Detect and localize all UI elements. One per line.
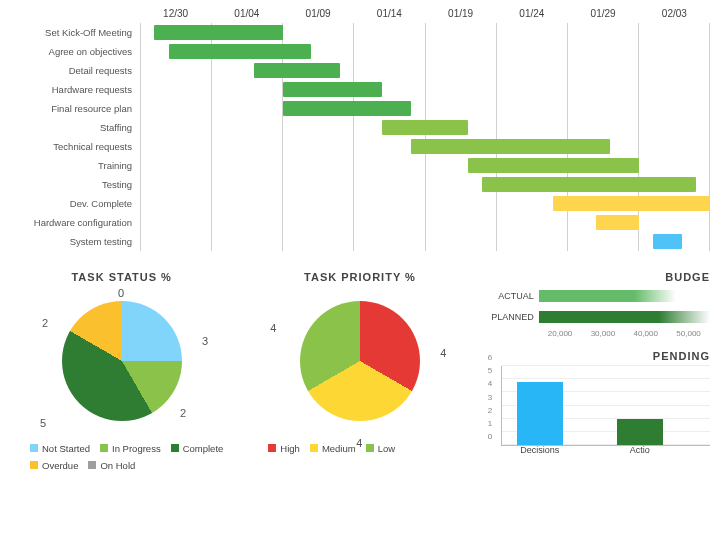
gantt-date-label: 01/29: [568, 8, 639, 23]
gantt-row: Training: [10, 156, 710, 175]
task-status-legend: Not StartedIn ProgressCompleteOverdueOn …: [10, 443, 233, 471]
legend-item: Low: [366, 443, 395, 454]
gantt-bar: [382, 120, 468, 135]
budget-axis-tick: 50,000: [667, 329, 710, 338]
legend-label: Overdue: [42, 460, 78, 471]
gantt-row: Dev. Complete: [10, 194, 710, 213]
legend-swatch: [100, 444, 108, 452]
task-priority-pie: [300, 301, 420, 421]
gantt-bar: [653, 234, 682, 249]
budget-axis: 20,00030,00040,00050,000: [539, 329, 710, 338]
gantt-row: Hardware requests: [10, 80, 710, 99]
gantt-bar: [254, 63, 340, 78]
pending-y-tick: 0: [488, 432, 492, 441]
gantt-date-label: 01/24: [496, 8, 567, 23]
gantt-row: Final resource plan: [10, 99, 710, 118]
gantt-date-label: 01/04: [211, 8, 282, 23]
gantt-row: Hardware configuration: [10, 213, 710, 232]
gantt-row: Agree on objectives: [10, 42, 710, 61]
gantt-body: Set Kick-Off MeetingAgree on objectivesD…: [10, 23, 710, 251]
pending-y-tick: 3: [488, 392, 492, 401]
gantt-row: Technical requests: [10, 137, 710, 156]
legend-item: High: [268, 443, 300, 454]
gantt-date-label: 12/30: [140, 8, 211, 23]
budget-title: BUDGE: [487, 271, 710, 283]
pending-title: PENDING: [487, 350, 710, 362]
task-label: Technical requests: [10, 141, 140, 152]
legend-label: On Hold: [100, 460, 135, 471]
task-priority-pie-wrap: 444: [248, 287, 471, 437]
pending-y-tick: 1: [488, 418, 492, 427]
task-label: Dev. Complete: [10, 198, 140, 209]
task-label: System testing: [10, 236, 140, 247]
gantt-bar: [553, 196, 710, 211]
task-status-pie-wrap: 03252: [10, 287, 233, 437]
gantt-bar: [596, 215, 639, 230]
task-label: Hardware requests: [10, 84, 140, 95]
legend-swatch: [171, 444, 179, 452]
task-status-panel: TASK STATUS % 03252 Not StartedIn Progre…: [10, 271, 233, 471]
task-label: Hardware configuration: [10, 217, 140, 228]
legend-swatch: [310, 444, 318, 452]
pie-data-label: 4: [440, 347, 446, 359]
gantt-row: Testing: [10, 175, 710, 194]
legend-label: Complete: [183, 443, 224, 454]
pending-x-label: Decisions: [510, 445, 570, 455]
task-status-pie: [62, 301, 182, 421]
legend-swatch: [268, 444, 276, 452]
budget-axis-tick: 30,000: [581, 329, 624, 338]
pie-data-label: 4: [356, 437, 362, 449]
pending-bar: [517, 382, 563, 445]
pending-chart: 0123456DecisionsActio: [501, 366, 710, 446]
gantt-bar: [283, 82, 383, 97]
legend-swatch: [30, 444, 38, 452]
gantt-chart: 12/3001/0401/0901/1401/1901/2401/2902/03…: [10, 8, 710, 251]
pending-y-tick: 4: [488, 379, 492, 388]
legend-label: Low: [378, 443, 395, 454]
task-label: Final resource plan: [10, 103, 140, 114]
task-label: Testing: [10, 179, 140, 190]
legend-label: Medium: [322, 443, 356, 454]
pending-y-tick: 5: [488, 366, 492, 375]
legend-item: On Hold: [88, 460, 135, 471]
gantt-bar: [468, 158, 639, 173]
gantt-date-label: 02/03: [639, 8, 710, 23]
task-label: Detail requests: [10, 65, 140, 76]
gantt-date-label: 01/19: [425, 8, 496, 23]
gantt-row: Set Kick-Off Meeting: [10, 23, 710, 42]
gantt-date-label: 01/09: [283, 8, 354, 23]
legend-item: Medium: [310, 443, 356, 454]
budget-axis-tick: 40,000: [624, 329, 667, 338]
legend-swatch: [30, 461, 38, 469]
gantt-bar: [154, 25, 282, 40]
gantt-bar: [283, 101, 411, 116]
right-column-panel: BUDGE ACTUALPLANNED 20,00030,00040,00050…: [487, 271, 710, 471]
pie-data-label: 0: [118, 287, 124, 299]
budget-axis-tick: 20,000: [539, 329, 582, 338]
budget-row: ACTUAL: [487, 287, 710, 305]
gantt-row: Staffing: [10, 118, 710, 137]
pending-y-tick: 6: [488, 353, 492, 362]
pending-bar: [617, 419, 663, 445]
pending-y-tick: 2: [488, 405, 492, 414]
budget-bar-fill: [539, 290, 676, 302]
legend-item: Complete: [171, 443, 224, 454]
bottom-panels: TASK STATUS % 03252 Not StartedIn Progre…: [10, 271, 710, 471]
task-label: Training: [10, 160, 140, 171]
legend-item: In Progress: [100, 443, 161, 454]
pie-data-label: 3: [202, 335, 208, 347]
gantt-bar: [411, 139, 611, 154]
budget-bar-fill: [539, 311, 710, 323]
legend-item: Overdue: [30, 460, 78, 471]
pie-data-label: 4: [270, 322, 276, 334]
budget-label: PLANNED: [487, 312, 539, 322]
budget-row: PLANNED: [487, 308, 710, 326]
task-label: Staffing: [10, 122, 140, 133]
gantt-row: Detail requests: [10, 61, 710, 80]
legend-item: Not Started: [30, 443, 90, 454]
pie-data-label: 5: [40, 417, 46, 429]
task-priority-panel: TASK PRIORITY % 444 HighMediumLow: [248, 271, 471, 471]
budget-label: ACTUAL: [487, 291, 539, 301]
task-status-title: TASK STATUS %: [10, 271, 233, 283]
legend-label: Not Started: [42, 443, 90, 454]
